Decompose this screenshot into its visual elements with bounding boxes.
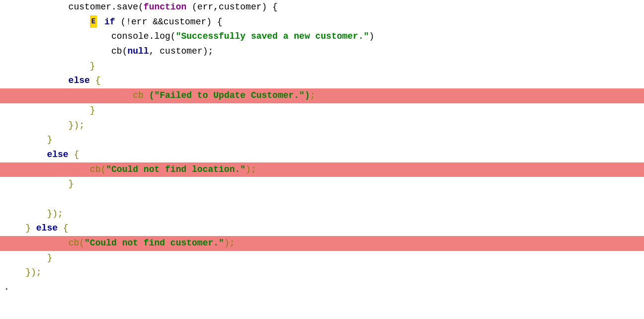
code-indent [4,17,90,27]
code-text: }); [4,120,84,130]
string-value3: "Could not find customer." [84,238,224,248]
code-text: } [4,179,74,189]
code-line-16: } else { [0,221,644,236]
error-badge: E [90,15,97,28]
code-text: customer.save( [4,2,144,12]
keyword-null: null [127,46,149,56]
code-line-7-highlighted: cb ("Failed to Update Customer."); [0,88,644,103]
string-value2: "Could not find location." [106,164,245,174]
keyword-else: else [4,76,90,85]
code-text: } [4,223,36,233]
code-line-20: . [0,280,644,295]
code-line-6: else { [0,74,644,88]
keyword-if: if [99,17,115,27]
code-indent [4,90,133,100]
code-text: { [90,76,101,85]
code-text: ; [310,90,316,100]
code-text: } [4,61,95,71]
code-line-2: E if (!err &&customer) { [0,15,644,30]
code-indent [4,238,69,248]
code-indent: console.log( [4,31,176,41]
code-indent [4,164,90,174]
code-text: }); [4,267,42,277]
string-value: ("Failed to Update Customer.") [149,90,310,100]
code-text: } [4,135,52,145]
code-line-13: } [0,177,644,192]
code-text: cb( [69,238,84,248]
code-line-19: }); [0,265,644,280]
code-text: ); [224,238,235,248]
code-indent: cb( [4,46,127,56]
code-line-18: } [0,251,644,266]
keyword-else3: else [36,223,58,233]
code-line-14 [0,192,644,207]
code-line-4: cb(null, customer); [0,44,644,59]
string-value: "Successfully saved a new customer." [176,31,369,41]
code-text: (!err &&customer) { [115,17,223,27]
code-line-11: else { [0,148,644,162]
code-text: cb [133,90,149,100]
code-text: ); [245,164,256,174]
code-line-5: } [0,59,644,74]
code-text: . [4,282,9,292]
code-line-1: customer.save(function (err,customer) { [0,0,644,15]
code-line-15: }); [0,207,644,222]
code-text: { [58,223,69,233]
code-text: ) [369,31,375,41]
code-line-10: } [0,133,644,148]
code-text: } [4,105,95,115]
code-text: { [69,150,80,160]
code-text: }); [4,209,63,219]
code-editor: customer.save(function (err,customer) { … [0,0,644,319]
code-text: cb( [90,164,106,174]
code-line-12-highlighted: cb("Could not find location."); [0,162,644,177]
keyword-function: function [144,2,186,12]
code-line-17-highlighted: cb("Could not find customer."); [0,236,644,251]
keyword-else2: else [4,150,69,160]
code-line-3: console.log("Successfully saved a new cu… [0,29,644,44]
code-text: (err,customer) { [186,2,278,12]
code-line-8: } [0,103,644,118]
code-text: } [4,253,52,263]
code-line-9: }); [0,118,644,133]
code-text: , customer); [149,46,214,56]
